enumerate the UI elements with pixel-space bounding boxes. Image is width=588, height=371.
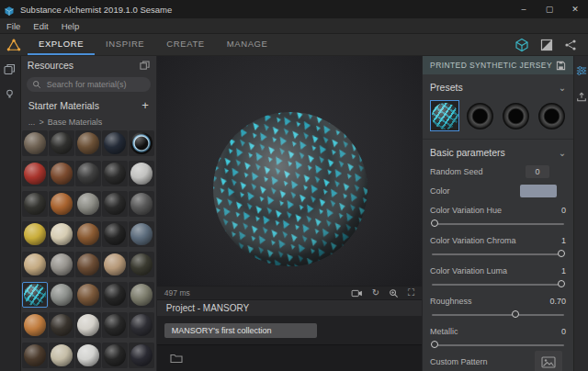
material-thumb[interactable]	[22, 282, 48, 308]
material-thumb[interactable]	[49, 161, 74, 186]
material-thumb[interactable]	[49, 252, 74, 277]
slider[interactable]	[432, 279, 564, 290]
material-thumb[interactable]	[102, 130, 128, 156]
breadcrumb-ellipsis[interactable]: ...	[28, 118, 36, 127]
material-thumb[interactable]	[75, 312, 101, 338]
material-thumb[interactable]	[75, 252, 101, 277]
slider-thumb[interactable]	[558, 250, 565, 257]
material-thumb[interactable]	[49, 191, 74, 217]
menu-edit[interactable]: Edit	[27, 21, 54, 31]
material-thumb[interactable]	[22, 130, 48, 156]
random-seed-value[interactable]: 0	[526, 165, 549, 178]
material-thumb[interactable]	[75, 161, 101, 186]
slider-track[interactable]	[432, 223, 564, 225]
slider-thumb[interactable]	[512, 310, 519, 318]
orbit-icon[interactable]: ↻	[372, 288, 379, 298]
material-thumb[interactable]	[22, 161, 48, 186]
node-graph-icon[interactable]	[564, 39, 577, 51]
tune-sliders-icon[interactable]	[576, 65, 587, 76]
tab-inspire[interactable]: INSPIRE	[95, 34, 155, 55]
custom-pattern-picker[interactable]	[535, 351, 562, 371]
material-thumb[interactable]	[49, 282, 74, 308]
add-material-button[interactable]: +	[141, 101, 149, 110]
material-thumb[interactable]	[22, 221, 48, 247]
library-panels-icon[interactable]	[4, 63, 16, 75]
menu-help[interactable]: Help	[55, 21, 86, 31]
basic-parameters-header[interactable]: Basic parameters ⌄	[423, 143, 573, 162]
maximize-button[interactable]: ▢	[537, 0, 562, 18]
frame-icon[interactable]: ⛶	[408, 288, 414, 298]
material-thumb[interactable]	[22, 191, 48, 217]
material-thumb[interactable]	[129, 343, 154, 368]
slider-track[interactable]	[432, 253, 564, 255]
search-input[interactable]	[45, 79, 150, 90]
slider-track[interactable]	[432, 284, 564, 286]
material-thumb[interactable]	[49, 312, 74, 338]
material-thumb[interactable]	[129, 312, 154, 338]
material-thumb[interactable]	[49, 343, 74, 368]
save-icon[interactable]	[556, 61, 566, 71]
material-thumb[interactable]	[129, 130, 154, 156]
material-thumb[interactable]	[102, 282, 128, 308]
material-sphere[interactable]	[212, 111, 368, 267]
search-box[interactable]	[27, 77, 151, 92]
slider[interactable]	[432, 249, 564, 260]
material-thumb[interactable]	[129, 161, 154, 186]
folder-icon[interactable]	[170, 353, 183, 364]
collection-chip[interactable]: MANSORY's first collection	[164, 323, 317, 338]
viewport-3d[interactable]	[157, 56, 422, 286]
preset-thumb[interactable]	[430, 100, 459, 131]
tab-create[interactable]: CREATE	[155, 34, 215, 55]
material-thumb[interactable]	[102, 312, 128, 338]
color-swatch[interactable]	[520, 185, 557, 197]
param-row: Random Seed0	[430, 163, 566, 180]
material-thumb[interactable]	[102, 161, 128, 186]
material-thumb[interactable]	[102, 191, 128, 217]
preset-thumb[interactable]	[466, 100, 495, 131]
material-thumb[interactable]	[75, 282, 101, 308]
material-thumb[interactable]	[129, 191, 154, 217]
preset-thumb[interactable]	[537, 100, 566, 131]
presets-section-header[interactable]: Presets ⌄	[423, 78, 573, 96]
material-thumb[interactable]	[22, 312, 48, 338]
material-thumb[interactable]	[49, 130, 74, 156]
breadcrumb-current[interactable]: Base Materials	[48, 118, 103, 127]
slider[interactable]	[432, 340, 564, 351]
material-thumb[interactable]	[75, 221, 101, 247]
material-thumb[interactable]	[22, 343, 48, 368]
material-thumb[interactable]	[75, 191, 101, 217]
slider-thumb[interactable]	[431, 341, 438, 348]
material-thumb[interactable]	[129, 282, 154, 308]
material-thumb[interactable]	[102, 252, 128, 277]
material-thumb[interactable]	[102, 221, 128, 247]
slider-thumb[interactable]	[431, 219, 438, 227]
slider-thumb[interactable]	[558, 280, 565, 287]
material-thumb[interactable]	[102, 343, 128, 368]
menu-file[interactable]: File	[0, 21, 27, 31]
tab-explore[interactable]: EXPLORE	[28, 34, 95, 55]
zoom-icon[interactable]	[389, 288, 399, 298]
slider-track[interactable]	[432, 344, 564, 346]
material-thumb[interactable]	[129, 252, 154, 277]
material-thumb[interactable]	[49, 221, 74, 247]
material-thumb[interactable]	[22, 252, 48, 277]
material-thumb[interactable]	[75, 343, 101, 368]
material-thumb[interactable]	[129, 221, 154, 247]
preset-thumb[interactable]	[502, 100, 531, 131]
lamp-icon[interactable]	[4, 88, 16, 100]
camera-icon[interactable]	[351, 289, 363, 298]
minimize-button[interactable]: –	[511, 0, 537, 18]
pop-out-icon[interactable]	[140, 61, 150, 71]
split-view-icon[interactable]	[540, 39, 553, 51]
window-title: Substance Alchemist 2019.1.0 Sesame	[18, 5, 511, 15]
close-button[interactable]: ✕	[562, 0, 588, 18]
export-icon[interactable]	[576, 91, 587, 102]
resources-panel: Resources Starter Materials + ... > Base…	[21, 56, 157, 371]
left-toolbar	[0, 56, 21, 371]
material-thumb[interactable]	[75, 130, 101, 156]
slider-track[interactable]	[432, 314, 564, 316]
slider[interactable]	[432, 219, 564, 230]
slider[interactable]	[432, 309, 564, 320]
view-3d-icon[interactable]	[514, 38, 529, 52]
tab-manage[interactable]: MANAGE	[216, 34, 279, 55]
